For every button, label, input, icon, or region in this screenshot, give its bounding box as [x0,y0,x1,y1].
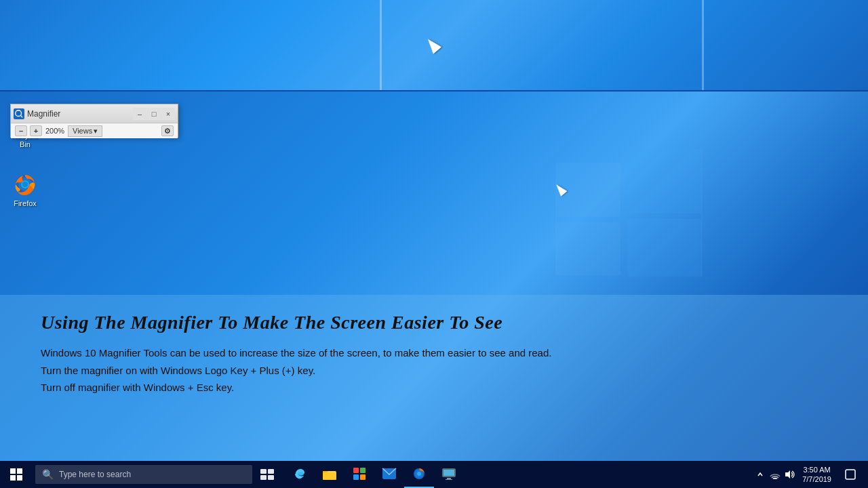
windows-start-icon [10,468,22,481]
firefox-icon[interactable]: Firefox [3,168,47,211]
windows-logo-watermark [549,122,719,291]
start-button[interactable] [0,461,33,488]
svg-rect-19 [268,469,274,474]
svg-point-31 [417,472,421,476]
content-body: Windows 10 Magnifier Tools can be used t… [41,344,827,396]
firefox-image [12,171,39,198]
magnifier-window: Magnifier – □ × – + 200% Views ▾ ⚙ [10,104,178,138]
magnifier-app-icon [14,108,24,119]
content-line-1: Windows 10 Magnifier Tools can be used t… [41,344,827,362]
svg-rect-35 [446,479,452,480]
show-hidden-icons-button[interactable] [755,469,766,480]
clock-time: 3:50 AM [803,465,830,474]
taskbar-search-bar[interactable]: 🔍 Type here to search [35,465,252,484]
restore-button[interactable]: □ [147,108,161,120]
svg-rect-25 [360,468,366,473]
minimize-button[interactable]: – [133,108,146,120]
taskbar-app-icons [285,461,464,488]
titlebar-buttons: – □ × [133,108,175,120]
views-dropdown-button[interactable]: Views ▾ [68,125,102,137]
svg-rect-21 [268,475,274,480]
svg-rect-14 [556,222,620,275]
desktop: Magnifier – □ × – + 200% Views ▾ ⚙ [0,0,868,461]
taskbar-store-icon[interactable] [344,461,374,488]
close-button[interactable]: × [161,108,175,120]
magnifier-preview-area [0,0,868,92]
svg-rect-23 [323,472,336,480]
svg-marker-37 [785,470,790,479]
svg-point-0 [16,110,22,116]
content-area: Using the Magnifier to Make the Screen E… [0,295,868,461]
zoom-level-display: 200% [45,127,65,135]
tray-icons [755,469,795,480]
content-line-3: Turn off magnifier with Windows + Esc ke… [41,379,827,396]
search-icon: 🔍 [42,469,54,480]
svg-rect-13 [627,149,702,214]
taskbar-firefox-icon[interactable] [404,461,434,488]
system-tray: 3:50 AM 7/7/2019 [755,461,868,488]
volume-icon[interactable] [785,469,795,480]
svg-rect-18 [260,469,267,474]
svg-line-1 [21,115,23,117]
zoom-in-button[interactable]: + [30,125,42,136]
taskbar: 🔍 Type here to search [0,461,868,488]
system-clock[interactable]: 3:50 AM 7/7/2019 [798,461,835,488]
svg-rect-33 [443,470,454,476]
content-line-2: Turn the magnifier on with Windows Logo … [41,362,827,380]
network-icon[interactable] [770,469,781,480]
clock-date: 7/7/2019 [802,474,831,484]
magnifier-title: Magnifier [27,109,133,119]
magnifier-controls: – + 200% Views ▾ ⚙ [11,123,178,138]
zoom-out-button[interactable]: – [15,125,27,136]
taskbar-edge-icon[interactable] [285,461,315,488]
svg-rect-20 [260,475,267,480]
task-view-button[interactable] [252,461,282,488]
svg-rect-24 [353,468,359,473]
gear-icon: ⚙ [164,127,171,136]
taskbar-mail-icon[interactable] [374,461,404,488]
svg-point-11 [22,182,28,187]
svg-rect-38 [846,470,855,479]
taskbar-file-explorer-icon[interactable] [315,461,344,488]
svg-rect-15 [627,219,702,277]
search-placeholder: Type here to search [59,470,131,479]
svg-rect-34 [447,478,451,479]
magnifier-titlebar: Magnifier – □ × [11,104,178,123]
magnifier-settings-button[interactable]: ⚙ [161,125,174,136]
svg-rect-26 [353,474,359,480]
svg-rect-27 [360,474,366,480]
action-center-button[interactable] [838,461,863,488]
cursor-magnified [424,35,441,54]
content-heading: Using the Magnifier to Make the Screen E… [41,312,827,333]
firefox-label: Firefox [14,199,37,208]
taskbar-display-icon[interactable] [434,461,464,488]
